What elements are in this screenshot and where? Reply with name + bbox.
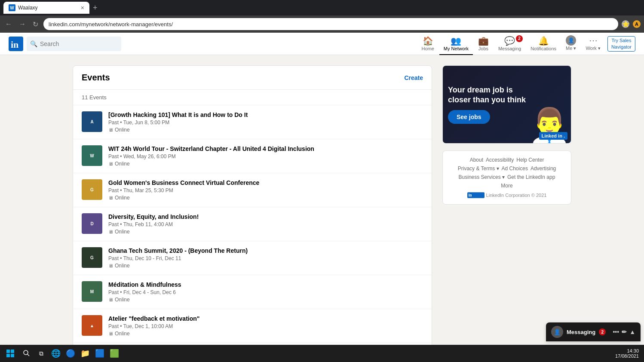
search-input[interactable] xyxy=(40,40,104,47)
nav-notifications-label: Notifications xyxy=(531,46,556,51)
taskbar-explorer[interactable]: 📁 xyxy=(78,347,92,360)
event-date: Past • Fri, Dec 4 - Sun, Dec 6 xyxy=(108,289,423,295)
events-header: Events Create xyxy=(73,66,432,90)
windows-logo xyxy=(6,349,15,358)
messaging-widget: 👤 Messaging 2 ••• ✏ ▲ xyxy=(546,322,641,341)
footer-accessibility[interactable]: Accessibility xyxy=(486,157,514,163)
footer-help-center[interactable]: Help Center xyxy=(516,157,544,163)
taskbar-search[interactable] xyxy=(20,347,34,360)
taskbar-chrome[interactable]: 🌐 xyxy=(49,347,63,360)
profile-icon[interactable]: A xyxy=(633,20,641,28)
address-text: linkedin.com/mynetwork/network-manager/e… xyxy=(49,21,173,28)
messaging-new-button[interactable]: ✏ xyxy=(622,328,627,335)
see-jobs-button[interactable]: See jobs xyxy=(448,110,490,124)
event-item[interactable]: G Gold Women's Business Connect Virtual … xyxy=(73,173,432,207)
online-icon: 🖥 xyxy=(108,331,113,336)
address-bar[interactable]: linkedin.com/mynetwork/network-manager/e… xyxy=(43,18,618,30)
svg-rect-7 xyxy=(11,354,14,357)
taskbar-task-view[interactable]: ⧉ xyxy=(34,347,48,360)
svg-rect-4 xyxy=(6,350,10,353)
event-item[interactable]: M Méditation & Mindfulness Past • Fri, D… xyxy=(73,275,432,309)
event-item[interactable]: G Ghana Tech Summit, 2020 - (Beyond The … xyxy=(73,241,432,275)
nav-jobs[interactable]: 💼 Jobs xyxy=(474,33,493,55)
event-item[interactable]: ▲ Atelier "feedback et motivation" Past … xyxy=(73,309,432,343)
new-tab-button[interactable]: + xyxy=(93,3,98,12)
footer-business-services[interactable]: Business Services ▾ xyxy=(459,174,505,180)
online-icon: 🖥 xyxy=(108,229,113,234)
event-thumb-text: M xyxy=(82,281,102,302)
event-location: 🖥 Online xyxy=(108,161,423,167)
event-item[interactable]: A [Growth Hacking 101] What It is and Ho… xyxy=(73,105,432,139)
messaging-widget-header[interactable]: 👤 Messaging 2 ••• ✏ ▲ xyxy=(546,322,641,341)
taskbar-edge[interactable]: 🔵 xyxy=(64,347,77,360)
home-icon: 🏠 xyxy=(423,36,433,46)
footer-ad-choices[interactable]: Ad Choices xyxy=(502,166,528,172)
taskbar-app1[interactable]: 🟦 xyxy=(93,347,107,360)
create-event-button[interactable]: Create xyxy=(404,74,423,81)
close-tab-button[interactable]: × xyxy=(81,4,84,11)
nav-work[interactable]: ⋯ Work ▾ xyxy=(581,33,605,55)
back-button[interactable]: ← xyxy=(3,18,14,30)
messaging-dots-button[interactable]: ••• xyxy=(613,328,619,335)
linkedin-header: in 🔍 🏠 Home 👥 My Network 💼 Jobs 💬 Messag… xyxy=(0,33,644,55)
svg-rect-5 xyxy=(11,350,14,353)
location-text: Online xyxy=(115,331,130,337)
messaging-minimize-button[interactable]: ▲ xyxy=(629,328,635,335)
nav-me-label: Me ▾ xyxy=(566,46,576,51)
event-date: Past • Thu, Mar 25, 5:30 PM xyxy=(108,187,423,193)
nav-home[interactable]: 🏠 Home xyxy=(417,33,439,55)
location-text: Online xyxy=(115,127,130,133)
online-icon: 🖥 xyxy=(108,195,113,200)
browser-tab[interactable]: W Waalaxy × xyxy=(3,2,89,14)
messaging-actions: ••• ✏ ▲ xyxy=(613,328,635,335)
svg-line-9 xyxy=(28,354,29,356)
bookmark-icon[interactable]: ⭐ xyxy=(622,20,629,28)
event-location: 🖥 Online xyxy=(108,195,423,201)
events-title: Events xyxy=(82,73,110,83)
nav-messaging[interactable]: 💬 Messaging 2 xyxy=(494,33,525,55)
event-location: 🖥 Online xyxy=(108,127,423,133)
location-text: Online xyxy=(115,263,130,269)
try-sales-label: Try SalesNavigator xyxy=(611,37,632,50)
event-thumbnail: M xyxy=(82,281,102,302)
footer-privacy[interactable]: Privacy & Terms ▾ xyxy=(458,166,499,172)
try-sales-navigator[interactable]: Try SalesNavigator xyxy=(607,36,635,52)
footer-about[interactable]: About xyxy=(470,157,483,163)
footer-more[interactable]: More xyxy=(501,183,512,189)
forward-button[interactable]: → xyxy=(17,18,28,30)
messaging-icon: 💬 xyxy=(504,36,515,46)
event-thumbnail: D xyxy=(82,213,102,234)
event-info: Atelier "feedback et motivation" Past • … xyxy=(108,315,423,337)
nav-me[interactable]: 👤 Me ▾ xyxy=(561,33,580,55)
event-thumbnail: G xyxy=(82,247,102,268)
footer-advertising[interactable]: Advertising xyxy=(531,166,556,172)
events-count: 11 Events xyxy=(73,90,432,105)
ad-banner[interactable]: Your dream job is closer than you think … xyxy=(443,66,571,143)
event-item[interactable]: D Diversity, Equity, and Inclusion! Past… xyxy=(73,207,432,241)
nav-home-label: Home xyxy=(422,46,434,51)
event-item[interactable]: W WIT 24h World Tour - Switzerland Chapt… xyxy=(73,139,432,173)
linkedin-logo[interactable]: in xyxy=(9,37,23,51)
online-icon: 🖥 xyxy=(108,127,113,132)
start-button[interactable] xyxy=(2,347,19,360)
event-info: Gold Women's Business Connect Virtual Co… xyxy=(108,179,423,201)
nav-my-network[interactable]: 👥 My Network xyxy=(439,33,473,55)
event-info: WIT 24h World Tour - Switzerland Chapter… xyxy=(108,145,423,167)
search-bar[interactable]: 🔍 xyxy=(27,37,121,51)
event-thumbnail: G xyxy=(82,179,102,200)
linkedin-footer-logo: in xyxy=(467,192,485,198)
taskbar: ⧉ 🌐 🔵 📁 🟦 🟩 14:30 17/08/2021 xyxy=(0,345,644,362)
taskbar-app2[interactable]: 🟩 xyxy=(107,347,121,360)
nav-notifications[interactable]: 🔔 Notifications xyxy=(526,33,561,55)
copyright-text: LinkedIn Corporation © 2021 xyxy=(486,193,547,198)
refresh-button[interactable]: ↻ xyxy=(31,18,40,30)
date-display: 17/08/2021 xyxy=(615,353,639,359)
messaging-avatar: 👤 xyxy=(551,326,563,338)
event-date: Past • Thu, Feb 11, 4:00 AM xyxy=(108,221,423,227)
footer-get-app[interactable]: Get the LinkedIn app xyxy=(507,174,555,180)
search-icon: 🔍 xyxy=(30,40,37,47)
events-list: A [Growth Hacking 101] What It is and Ho… xyxy=(73,105,432,362)
location-text: Online xyxy=(115,229,130,235)
location-text: Online xyxy=(115,161,130,167)
online-icon: 🖥 xyxy=(108,263,113,268)
